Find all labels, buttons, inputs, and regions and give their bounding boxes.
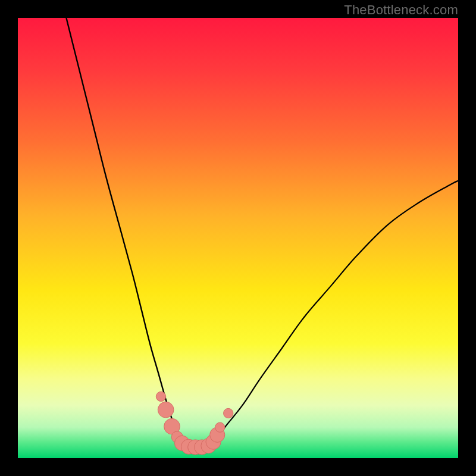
bottleneck-curve (18, 18, 458, 458)
chart-frame: TheBottleneck.com (0, 0, 476, 476)
data-marker (158, 402, 174, 418)
watermark-text: TheBottleneck.com (344, 2, 458, 18)
data-marker (224, 408, 233, 418)
data-marker (215, 422, 225, 432)
curve-left-branch (66, 18, 183, 445)
plot-area (18, 18, 458, 458)
data-marker (156, 392, 165, 401)
marker-group (156, 392, 233, 455)
curve-right-branch (212, 181, 458, 445)
